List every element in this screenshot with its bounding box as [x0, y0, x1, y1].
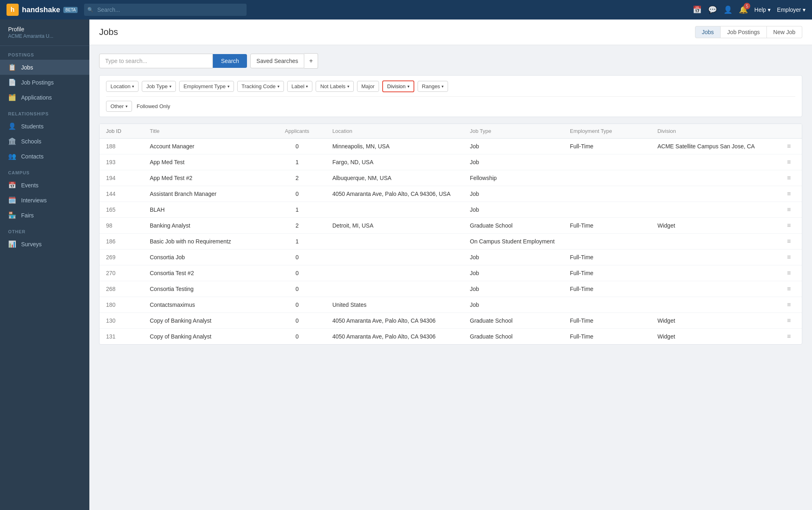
cell-menu[interactable]: ≡: [776, 154, 802, 170]
cell-menu[interactable]: ≡: [776, 313, 802, 329]
cell-menu[interactable]: ≡: [776, 234, 802, 250]
sidebar-item-interviews-label: Interviews: [21, 197, 47, 204]
help-dropdown-btn[interactable]: Help ▾: [754, 7, 771, 13]
filter-employment-type[interactable]: Employment Type ▾: [179, 81, 234, 92]
cell-location: Minneapolis, MN, USA: [326, 139, 463, 154]
tab-jobs[interactable]: Jobs: [695, 26, 721, 38]
row-menu-icon[interactable]: ≡: [787, 190, 790, 197]
sidebar-item-applications[interactable]: 🗂️ Applications: [0, 90, 89, 105]
filter-label[interactable]: Label ▾: [287, 81, 313, 92]
filter-employment-type-caret-icon: ▾: [227, 84, 230, 89]
saved-searches-button[interactable]: Saved Searches: [250, 54, 304, 68]
table-row[interactable]: 144 Assistant Branch Manager 0 4050 Amar…: [100, 186, 802, 202]
tab-job-postings[interactable]: Job Postings: [721, 26, 767, 38]
cell-menu[interactable]: ≡: [776, 281, 802, 297]
sidebar-item-schools[interactable]: 🏛️ Schools: [0, 134, 89, 149]
profile-icon-btn[interactable]: 👤: [723, 5, 732, 14]
sidebar-section-postings: POSTINGS 📋 Jobs 📄 Job Postings 🗂️ Applic…: [0, 46, 89, 105]
cell-menu[interactable]: ≡: [776, 202, 802, 218]
sidebar-item-jobs-label: Jobs: [21, 64, 33, 71]
jobs-table: Job ID Title Applicants Location Job Typ…: [100, 124, 802, 344]
row-menu-icon[interactable]: ≡: [787, 143, 790, 150]
sidebar-item-interviews[interactable]: 🗓️ Interviews: [0, 193, 89, 208]
table-row[interactable]: 186 Basic Job with no Requirementz 1 On …: [100, 234, 802, 250]
row-menu-icon[interactable]: ≡: [787, 158, 790, 165]
table-row[interactable]: 269 Consortia Job 0 Job Full-Time ≡: [100, 250, 802, 265]
cell-job-id: 131: [100, 329, 143, 345]
table-row[interactable]: 270 Consortia Test #2 0 Job Full-Time ≡: [100, 265, 802, 281]
messages-icon-btn[interactable]: 💬: [708, 5, 717, 14]
table-row[interactable]: 165 BLAH 1 Job ≡: [100, 202, 802, 218]
cell-menu[interactable]: ≡: [776, 186, 802, 202]
sidebar-item-jobs[interactable]: 📋 Jobs: [0, 60, 89, 75]
filter-division[interactable]: Division ▾: [382, 80, 414, 92]
cell-location: Albuquerque, NM, USA: [326, 170, 463, 186]
logo[interactable]: h handshake BETA: [6, 4, 78, 16]
employer-label: Employer: [777, 7, 801, 13]
sidebar-item-surveys[interactable]: 📊 Surveys: [0, 237, 89, 252]
filter-location[interactable]: Location ▾: [106, 81, 139, 92]
cell-job-type: Graduate School: [463, 329, 563, 345]
row-menu-icon[interactable]: ≡: [787, 333, 790, 340]
filter-other-caret-icon: ▾: [126, 104, 128, 109]
cell-menu[interactable]: ≡: [776, 139, 802, 154]
tab-new-job[interactable]: New Job: [767, 26, 802, 38]
row-menu-icon[interactable]: ≡: [787, 222, 790, 229]
top-nav-actions: 📅 💬 👤 🔔 5 Help ▾ Employer ▾: [693, 5, 806, 14]
table-row[interactable]: 131 Copy of Banking Analyst 0 4050 Amara…: [100, 329, 802, 345]
table-row[interactable]: 130 Copy of Banking Analyst 0 4050 Amara…: [100, 313, 802, 329]
row-menu-icon[interactable]: ≡: [787, 269, 790, 276]
table-row[interactable]: 98 Banking Analyst 2 Detroit, MI, USA Gr…: [100, 218, 802, 234]
main-tabs: Jobs Job Postings New Job: [695, 26, 802, 38]
cell-menu[interactable]: ≡: [776, 265, 802, 281]
cell-menu[interactable]: ≡: [776, 170, 802, 186]
notifications-icon-btn[interactable]: 🔔 5: [739, 5, 748, 14]
sidebar-item-applications-label: Applications: [21, 94, 52, 101]
cell-menu[interactable]: ≡: [776, 329, 802, 345]
row-menu-icon[interactable]: ≡: [787, 206, 790, 213]
table-row[interactable]: 180 Contactsmaximus 0 United States Job …: [100, 297, 802, 313]
row-menu-icon[interactable]: ≡: [787, 317, 790, 324]
table-row[interactable]: 193 App Med Test 1 Fargo, ND, USA Job ≡: [100, 154, 802, 170]
sidebar-item-contacts[interactable]: 👥 Contacts: [0, 149, 89, 164]
cell-menu[interactable]: ≡: [776, 297, 802, 313]
search-input[interactable]: [99, 54, 213, 68]
filter-other[interactable]: Other ▾: [106, 101, 132, 112]
table-row[interactable]: 268 Consortia Testing 0 Job Full-Time ≡: [100, 281, 802, 297]
cell-employment-type: Full-Time: [563, 218, 651, 234]
sidebar-item-students[interactable]: 👤 Students: [0, 119, 89, 134]
sidebar-item-fairs[interactable]: 🏪 Fairs: [0, 208, 89, 223]
filter-not-labels[interactable]: Not Labels ▾: [316, 81, 353, 92]
cell-location: 4050 Amaranta Ave, Palo Alto, CA 94306: [326, 329, 463, 345]
cell-location: United States: [326, 297, 463, 313]
row-menu-icon[interactable]: ≡: [787, 254, 790, 260]
sidebar-item-job-postings[interactable]: 📄 Job Postings: [0, 75, 89, 90]
employer-dropdown-btn[interactable]: Employer ▾: [777, 7, 806, 13]
row-menu-icon[interactable]: ≡: [787, 285, 790, 292]
sidebar-item-events[interactable]: 📅 Events: [0, 178, 89, 193]
filter-tracking-code[interactable]: Tracking Code ▾: [237, 81, 284, 92]
cell-employment-type: Full-Time: [563, 313, 651, 329]
cell-applicants: 0: [269, 329, 326, 345]
cell-menu[interactable]: ≡: [776, 250, 802, 265]
filter-job-type[interactable]: Job Type ▾: [142, 81, 176, 92]
col-header-employment-type: Employment Type: [563, 124, 651, 139]
cell-title: Contactsmaximus: [143, 297, 269, 313]
row-menu-icon[interactable]: ≡: [787, 174, 790, 181]
cell-job-type: Fellowship: [463, 170, 563, 186]
sidebar-section-campus: CAMPUS 📅 Events 🗓️ Interviews 🏪 Fairs: [0, 164, 89, 223]
calendar-icon-btn[interactable]: 📅: [693, 5, 702, 14]
add-saved-search-button[interactable]: +: [304, 53, 318, 69]
schools-icon: 🏛️: [8, 137, 16, 145]
row-menu-icon[interactable]: ≡: [787, 238, 790, 245]
filter-major[interactable]: Major: [357, 81, 379, 92]
top-search-input[interactable]: [84, 4, 247, 16]
filter-ranges[interactable]: Ranges ▾: [418, 81, 448, 92]
table-row[interactable]: 194 App Med Test #2 2 Albuquerque, NM, U…: [100, 170, 802, 186]
filter-division-caret-icon: ▾: [407, 84, 409, 89]
cell-menu[interactable]: ≡: [776, 218, 802, 234]
search-button[interactable]: Search: [213, 54, 247, 68]
col-header-job-type: Job Type: [463, 124, 563, 139]
table-row[interactable]: 188 Account Manager 0 Minneapolis, MN, U…: [100, 139, 802, 154]
row-menu-icon[interactable]: ≡: [787, 301, 790, 308]
